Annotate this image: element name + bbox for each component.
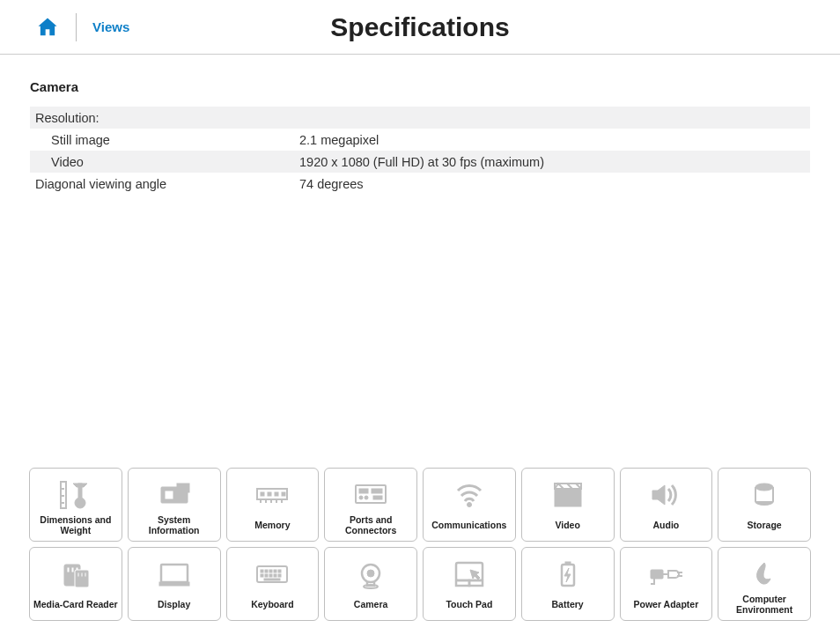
nav-label: Media-Card Reader (33, 594, 118, 615)
home-icon[interactable] (35, 15, 60, 40)
spec-value: 1920 x 1080 (Full HD) at 30 fps (maximum… (294, 151, 810, 173)
nav-audio[interactable]: Audio (620, 468, 713, 542)
environment-icon (746, 553, 783, 594)
dimensions-icon (57, 474, 94, 514)
touchpad-icon (451, 553, 488, 594)
communications-icon (451, 474, 488, 514)
spec-value: 74 degrees (294, 173, 810, 195)
table-row: Still image2.1 megapixel (30, 129, 810, 151)
table-row: Resolution: (30, 107, 810, 129)
nav-media-card[interactable]: Media-Card Reader (29, 547, 122, 621)
spec-value (294, 107, 810, 129)
nav-label: Audio (653, 514, 680, 535)
nav-label: Communications (431, 514, 506, 535)
memory-icon (254, 474, 291, 514)
nav-label: Camera (354, 594, 388, 615)
battery-icon (549, 553, 586, 594)
nav-environment[interactable]: Computer Environment (718, 547, 811, 621)
nav-power-adapter[interactable]: Power Adapter (620, 547, 713, 621)
media-card-icon (57, 553, 94, 594)
keyboard-icon (254, 553, 291, 594)
spec-table: Resolution:Still image2.1 megapixelVideo… (30, 107, 810, 195)
ports-icon (352, 474, 389, 514)
power-adapter-icon (647, 553, 684, 594)
section-title: Camera (30, 79, 810, 94)
nav-ports[interactable]: Ports and Connectors (324, 468, 417, 542)
spec-label: Video (30, 151, 294, 173)
nav-grid: Dimensions and WeightSystem InformationM… (29, 468, 811, 621)
table-row: Diagonal viewing angle74 degrees (30, 173, 810, 195)
nav-label: Ports and Connectors (328, 514, 413, 535)
nav-label: Video (555, 514, 579, 535)
nav-video[interactable]: Video (521, 468, 615, 542)
nav-label: Keyboard (251, 594, 293, 615)
header-divider (76, 13, 77, 41)
nav-label: Display (158, 594, 190, 615)
camera-icon (352, 553, 389, 594)
nav-camera[interactable]: Camera (324, 547, 417, 621)
table-row: Video1920 x 1080 (Full HD) at 30 fps (ma… (30, 151, 810, 173)
nav-touchpad[interactable]: Touch Pad (423, 547, 516, 621)
system-info-icon (156, 474, 193, 514)
nav-memory[interactable]: Memory (226, 468, 320, 542)
content-area: Camera Resolution:Still image2.1 megapix… (0, 55, 840, 195)
nav-label: Computer Environment (722, 594, 807, 615)
storage-icon (746, 474, 783, 514)
views-link[interactable]: Views (92, 19, 129, 34)
audio-icon (647, 474, 684, 514)
nav-system-info[interactable]: System Information (128, 468, 221, 542)
display-icon (156, 553, 193, 594)
nav-keyboard[interactable]: Keyboard (226, 547, 320, 621)
nav-battery[interactable]: Battery (521, 547, 615, 621)
spec-value: 2.1 megapixel (294, 129, 810, 151)
nav-communications[interactable]: Communications (423, 468, 516, 542)
nav-storage[interactable]: Storage (718, 468, 811, 542)
spec-label: Still image (30, 129, 294, 151)
nav-label: Battery (552, 594, 584, 615)
nav-label: Touch Pad (446, 594, 492, 615)
spec-label: Resolution: (30, 107, 294, 129)
header: Views Specifications (0, 0, 840, 55)
nav-label: Storage (748, 514, 782, 535)
nav-label: System Information (132, 514, 217, 535)
page-title: Specifications (330, 12, 509, 42)
nav-label: Dimensions and Weight (33, 514, 118, 535)
nav-display[interactable]: Display (128, 547, 221, 621)
nav-dimensions[interactable]: Dimensions and Weight (29, 468, 122, 542)
nav-label: Power Adapter (634, 594, 699, 615)
spec-label: Diagonal viewing angle (30, 173, 294, 195)
nav-label: Memory (254, 514, 290, 535)
video-icon (549, 474, 586, 514)
